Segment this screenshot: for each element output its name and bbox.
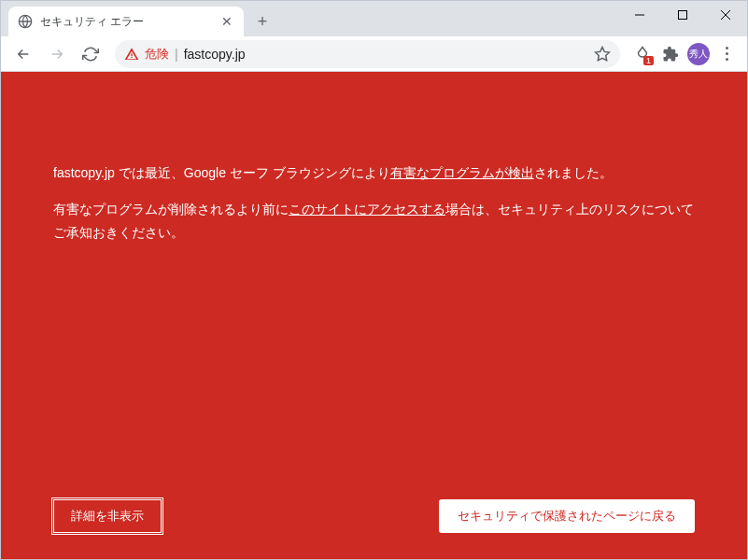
extension-icons: 1 秀人 [629, 41, 740, 67]
svg-marker-5 [596, 47, 610, 60]
window-controls [618, 1, 747, 29]
separator: | [175, 47, 178, 62]
extension-badge: 1 [643, 56, 654, 65]
minimize-button[interactable] [618, 1, 661, 29]
warning-paragraph-2: 有害なプログラムが削除されるより前にこのサイトにアクセスする場合は、セキュリティ… [53, 198, 695, 245]
toolbar: 危険 | fastcopy.jp 1 秀人 [1, 36, 747, 72]
harmful-program-link[interactable]: 有害なプログラムが検出 [390, 165, 534, 180]
extension-drop-icon[interactable]: 1 [629, 41, 656, 67]
warning-paragraph-1: fastcopy.jp では最近、Google セーフ ブラウジングにより有害な… [53, 161, 695, 185]
hide-details-button[interactable]: 詳細を非表示 [53, 499, 162, 533]
button-row: 詳細を非表示 セキュリティで保護されたページに戻る [53, 499, 695, 533]
browser-tab[interactable]: セキュリティ エラー ✕ [8, 7, 244, 36]
svg-rect-2 [679, 11, 687, 20]
menu-button[interactable] [713, 41, 740, 67]
address-bar[interactable]: 危険 | fastcopy.jp [115, 40, 620, 68]
warning-triangle-icon [124, 47, 139, 62]
forward-button[interactable] [42, 39, 72, 69]
extensions-puzzle-icon[interactable] [657, 41, 684, 67]
url-text: fastcopy.jp [184, 47, 588, 62]
kebab-icon [726, 47, 728, 61]
reload-button[interactable] [76, 39, 106, 69]
title-bar: セキュリティ エラー ✕ + [1, 1, 747, 36]
danger-label: 危険 [145, 46, 169, 63]
tab-title: セキュリティ エラー [40, 14, 212, 30]
visit-site-link[interactable]: このサイトにアクセスする [289, 202, 445, 217]
maximize-button[interactable] [661, 1, 704, 29]
security-warning-page: fastcopy.jp では最近、Google セーフ ブラウジングにより有害な… [1, 72, 747, 560]
back-button[interactable] [8, 39, 38, 69]
close-icon[interactable]: ✕ [219, 14, 234, 29]
close-window-button[interactable] [704, 1, 747, 29]
new-tab-button[interactable]: + [249, 8, 275, 35]
profile-button[interactable]: 秀人 [685, 41, 712, 67]
profile-avatar: 秀人 [687, 43, 710, 65]
globe-icon [18, 14, 33, 29]
bookmark-star-icon[interactable] [594, 46, 611, 63]
back-to-safety-button[interactable]: セキュリティで保護されたページに戻る [439, 499, 695, 533]
